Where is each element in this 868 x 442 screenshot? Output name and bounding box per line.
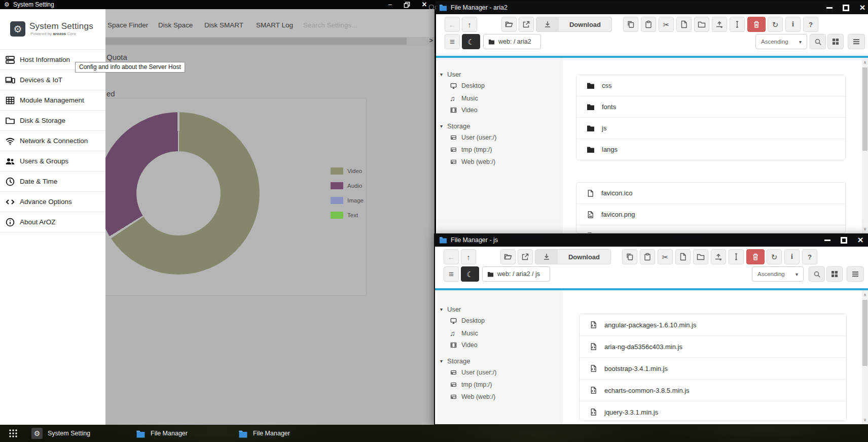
tab-disk-smart[interactable]: Disk SMART bbox=[204, 21, 243, 29]
restore-button[interactable] bbox=[402, 1, 412, 8]
search-button[interactable] bbox=[809, 266, 825, 282]
file-row-favicon-png[interactable]: favicon.png bbox=[576, 204, 845, 225]
task-file-manager-2[interactable]: File Manager bbox=[238, 425, 290, 442]
tab-space-finder[interactable]: Space Finder bbox=[107, 21, 148, 29]
file-row-bootstrap[interactable]: bootstrap-3.4.1.min.js bbox=[580, 358, 846, 380]
paste-button[interactable] bbox=[640, 249, 655, 264]
tree-section-user[interactable]: ▾User bbox=[440, 71, 461, 78]
tree-item-web-drive[interactable]: Web (web:/) bbox=[450, 393, 495, 400]
legend-item-audio[interactable]: Audio bbox=[331, 182, 362, 189]
file-row-echarts[interactable]: echarts-common-3.8.5.min.js bbox=[580, 380, 846, 401]
sidebar-item-devices-iot[interactable]: Devices & IoT bbox=[0, 70, 105, 90]
folder-row-js[interactable]: js bbox=[576, 118, 845, 139]
scroll-up-icon[interactable]: ∧ bbox=[862, 60, 868, 65]
folder-row-css[interactable]: css bbox=[576, 75, 845, 96]
sidebar-item-users-groups[interactable]: Users & Groups bbox=[0, 151, 105, 172]
file-row-angular[interactable]: angular-packages-1.6.10.min.js bbox=[580, 314, 846, 336]
sidebar-item-network-connection[interactable]: Network & Connection bbox=[0, 131, 105, 151]
filemanager-titlebar[interactable]: File Manager - js × bbox=[435, 233, 868, 247]
properties-button[interactable]: i bbox=[785, 17, 801, 32]
open-folder-button[interactable] bbox=[500, 249, 516, 264]
new-file-button[interactable] bbox=[676, 17, 692, 32]
help-button[interactable]: ? bbox=[802, 249, 817, 264]
help-button[interactable]: ? bbox=[803, 17, 818, 32]
breadcrumb[interactable]: web: / aria2 / js bbox=[482, 266, 550, 282]
close-button[interactable]: × bbox=[855, 234, 866, 246]
scroll-up-icon[interactable]: ∧ bbox=[862, 292, 868, 297]
open-folder-button[interactable] bbox=[501, 17, 517, 32]
upload-button[interactable] bbox=[711, 249, 726, 264]
tree-item-desktop[interactable]: Desktop bbox=[450, 82, 485, 89]
menu-button[interactable]: ≡ bbox=[444, 266, 459, 282]
dark-mode-button[interactable]: ☾ bbox=[461, 266, 479, 282]
open-external-button[interactable] bbox=[518, 249, 533, 264]
list-view-button[interactable] bbox=[847, 266, 864, 282]
paste-button[interactable] bbox=[641, 17, 656, 32]
sidebar-item-about-aroz[interactable]: About ArOZ bbox=[0, 212, 105, 232]
settings-search-input[interactable]: Search Settings... bbox=[303, 21, 357, 29]
scroll-down-icon[interactable]: ∨ bbox=[862, 226, 868, 231]
list-view-button[interactable] bbox=[848, 34, 865, 49]
grid-view-button[interactable] bbox=[827, 34, 844, 49]
dark-mode-button[interactable]: ☾ bbox=[462, 34, 480, 49]
sidebar-item-disk-storage[interactable]: Disk & Storage bbox=[0, 111, 105, 131]
tab-disk-space[interactable]: Disk Space bbox=[158, 21, 193, 29]
sidebar-item-advance-options[interactable]: Advance Options bbox=[0, 192, 105, 212]
maximize-button[interactable] bbox=[841, 237, 847, 244]
download-button[interactable]: Download bbox=[535, 249, 611, 264]
file-row-aria-ng[interactable]: aria-ng-da5356c403.min.js bbox=[580, 336, 846, 358]
maximize-button[interactable] bbox=[843, 5, 849, 11]
delete-button[interactable] bbox=[746, 249, 765, 264]
tabbar-horizontal-scrollbar[interactable]: > bbox=[105, 37, 435, 45]
menu-button[interactable]: ≡ bbox=[445, 34, 460, 49]
new-folder-button[interactable] bbox=[694, 17, 709, 32]
sort-order-select[interactable]: Ascending ▾ bbox=[752, 266, 804, 282]
search-button[interactable] bbox=[810, 34, 826, 49]
scroll-right-icon[interactable]: > bbox=[429, 37, 433, 44]
copy-button[interactable] bbox=[622, 249, 637, 264]
properties-button[interactable]: i bbox=[784, 249, 800, 264]
back-button[interactable]: ← bbox=[444, 249, 459, 264]
tree-item-user-drive[interactable]: User (user:/) bbox=[450, 369, 496, 376]
scrollbar-thumb[interactable] bbox=[862, 300, 867, 366]
folder-row-langs[interactable]: langs bbox=[576, 139, 845, 160]
refresh-button[interactable]: ↻ bbox=[767, 249, 782, 264]
up-button[interactable]: ↑ bbox=[461, 249, 476, 264]
file-row-index-html[interactable]: index.html bbox=[576, 225, 845, 233]
upload-button[interactable] bbox=[712, 17, 727, 32]
filemanager-titlebar[interactable]: File Manager - aria2 × bbox=[436, 1, 868, 14]
tree-item-tmp-drive[interactable]: tmp (tmp:/) bbox=[450, 146, 492, 153]
breadcrumb[interactable]: web: / aria2 bbox=[483, 34, 541, 49]
delete-button[interactable] bbox=[747, 17, 766, 32]
tree-item-video[interactable]: Video bbox=[450, 107, 478, 114]
cut-button[interactable]: ✂ bbox=[658, 249, 673, 264]
minimize-button[interactable] bbox=[824, 240, 830, 241]
tree-section-storage[interactable]: ▾Storage bbox=[440, 357, 471, 365]
file-row-favicon-ico[interactable]: favicon.ico bbox=[576, 183, 845, 204]
system-settings-titlebar[interactable]: ⚙ System Setting − × bbox=[0, 0, 435, 9]
tree-item-user-drive[interactable]: User (user:/) bbox=[450, 134, 496, 141]
rename-button[interactable] bbox=[729, 249, 744, 264]
refresh-button[interactable]: ↻ bbox=[768, 17, 783, 32]
close-button[interactable]: × bbox=[857, 2, 868, 13]
tree-item-music[interactable]: ♫Music bbox=[450, 94, 478, 103]
scroll-down-icon[interactable]: ∨ bbox=[862, 417, 868, 422]
app-launcher-button[interactable] bbox=[4, 425, 22, 442]
tree-item-desktop[interactable]: Desktop bbox=[450, 317, 485, 324]
legend-item-text[interactable]: Text bbox=[331, 212, 358, 219]
tree-item-web-drive[interactable]: Web (web:/) bbox=[450, 158, 495, 165]
open-external-button[interactable] bbox=[519, 17, 534, 32]
copy-button[interactable] bbox=[623, 17, 638, 32]
file-row-jquery[interactable]: jquery-3.3.1.min.js bbox=[580, 401, 846, 421]
sidebar-item-module-management[interactable]: Module Management bbox=[0, 90, 105, 111]
tree-item-video[interactable]: Video bbox=[450, 342, 478, 349]
scrollbar-thumb[interactable] bbox=[862, 67, 867, 151]
tab-smart-log[interactable]: SMART Log bbox=[256, 21, 293, 29]
sidebar-item-date-time[interactable]: Date & Time bbox=[0, 172, 105, 192]
legend-item-video[interactable]: Video bbox=[331, 167, 362, 175]
tree-item-tmp-drive[interactable]: tmp (tmp:/) bbox=[450, 381, 492, 388]
cut-button[interactable]: ✂ bbox=[659, 17, 674, 32]
new-file-button[interactable] bbox=[675, 249, 691, 264]
scrollbar-thumb[interactable] bbox=[105, 38, 407, 45]
grid-view-button[interactable] bbox=[826, 266, 843, 282]
